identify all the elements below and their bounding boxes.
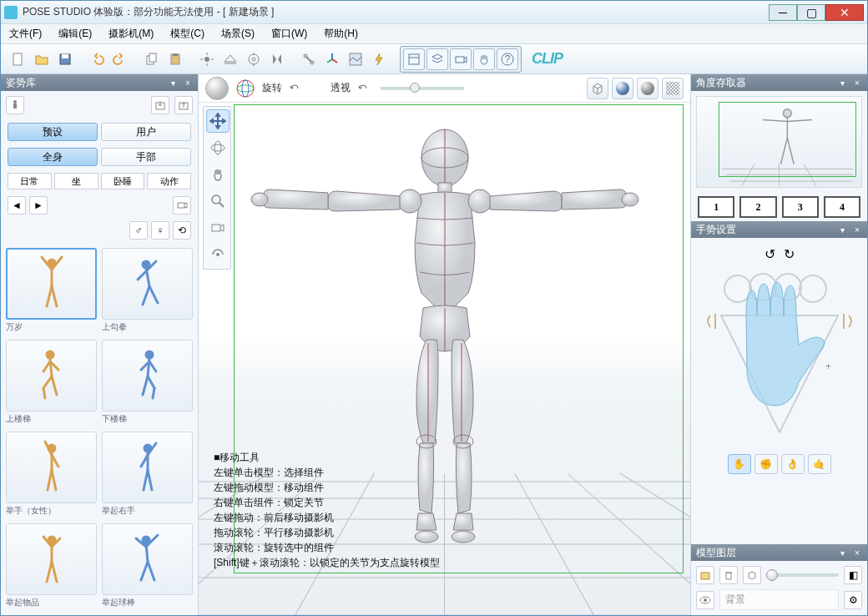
tab-user[interactable]: 用户: [101, 123, 191, 141]
layer-bg-name[interactable]: 背景: [719, 589, 839, 610]
menu-camera[interactable]: 摄影机(M): [105, 25, 157, 43]
paste-button[interactable]: [164, 48, 186, 70]
male-icon[interactable]: ♂: [129, 221, 148, 240]
light-button[interactable]: [196, 48, 218, 70]
refresh-icon[interactable]: ⟲: [173, 221, 191, 240]
rotate-camera-tool[interactable]: [206, 136, 230, 159]
orbit-tool[interactable]: [206, 243, 230, 266]
new-button[interactable]: [8, 48, 29, 70]
layer-filter-icon[interactable]: ◧: [844, 566, 862, 584]
zoom-tool[interactable]: [206, 189, 230, 213]
move-tool[interactable]: [206, 109, 230, 133]
pose-thumb[interactable]: [6, 340, 97, 412]
subtab-lie[interactable]: 卧睡: [101, 173, 145, 189]
left-hand-cycle-icon[interactable]: ↺: [765, 246, 775, 262]
hand-pose-control[interactable]: +: [700, 265, 859, 449]
panel-menu-icon[interactable]: ▾: [837, 225, 847, 235]
redo-button[interactable]: [109, 48, 131, 70]
viewport-3d[interactable]: ■移动工具 左键单击模型：选择组件 左键拖动模型：移动组件 右键单击组件：锁定关…: [199, 103, 690, 615]
pose-thumb[interactable]: [102, 248, 193, 320]
pose-thumb[interactable]: [102, 432, 193, 503]
panel-close-icon[interactable]: ×: [852, 225, 862, 235]
tab-hand[interactable]: 手部: [101, 148, 191, 166]
tab-preset[interactable]: 预设: [8, 123, 98, 141]
panel-camera-button[interactable]: [450, 48, 472, 70]
open-button[interactable]: [31, 48, 53, 70]
right-hand-cycle-icon[interactable]: ↻: [784, 246, 795, 262]
panel-hand-button[interactable]: [473, 48, 495, 70]
hand-preset-1[interactable]: ✋: [728, 454, 751, 474]
panel-menu-icon[interactable]: ▾: [837, 78, 847, 88]
axis-button[interactable]: [321, 48, 343, 70]
export-button[interactable]: [174, 96, 193, 114]
filter-body-icon[interactable]: [6, 96, 24, 114]
bone-button[interactable]: [298, 48, 320, 70]
menu-file[interactable]: 文件(F): [6, 25, 45, 43]
nav-back-icon[interactable]: ◄: [8, 196, 26, 215]
pan-tool[interactable]: [206, 163, 230, 186]
undo-button[interactable]: [86, 48, 108, 70]
cube-view-icon[interactable]: [587, 78, 608, 99]
tab-body[interactable]: 全身: [8, 148, 98, 166]
visibility-icon[interactable]: [696, 591, 714, 609]
mirror-button[interactable]: [266, 48, 288, 70]
angle-slot-1[interactable]: 1: [698, 196, 734, 218]
camera-tool[interactable]: [206, 216, 230, 240]
pose-thumb[interactable]: [6, 523, 97, 595]
panel-close-icon[interactable]: ×: [183, 78, 193, 88]
svg-line-48: [43, 361, 50, 371]
female-icon[interactable]: ♀: [151, 221, 169, 240]
pose-thumb[interactable]: [6, 432, 97, 503]
perspective-slider[interactable]: [381, 87, 464, 90]
panel-poselib-button[interactable]: [403, 48, 425, 70]
subtab-action[interactable]: 动作: [147, 173, 191, 189]
shade-smooth-icon[interactable]: [612, 78, 633, 99]
target-button[interactable]: [243, 48, 265, 70]
menu-model[interactable]: 模型(C): [167, 25, 208, 43]
hand-preset-3[interactable]: 👌: [781, 454, 805, 474]
opacity-slider[interactable]: [766, 573, 839, 577]
subtab-daily[interactable]: 日常: [8, 173, 52, 189]
shade-flat-icon[interactable]: [637, 78, 659, 99]
perspective-reset-icon[interactable]: [357, 83, 369, 94]
angle-slot-4[interactable]: 4: [824, 196, 860, 218]
light-sphere-icon[interactable]: [205, 77, 229, 100]
layer-cube-icon[interactable]: [743, 566, 761, 584]
subtab-sit[interactable]: 坐: [54, 173, 98, 189]
horizon-button[interactable]: [345, 48, 366, 70]
pose-thumb[interactable]: [102, 340, 193, 412]
camera-icon[interactable]: [173, 196, 191, 215]
panel-help-button[interactable]: ?: [497, 48, 518, 70]
hand-preset-2[interactable]: ✊: [754, 454, 778, 474]
angle-slot-2[interactable]: 2: [739, 196, 776, 218]
shade-wire-icon[interactable]: [662, 78, 684, 99]
panel-layers-button[interactable]: [426, 48, 448, 70]
angle-preview[interactable]: [696, 96, 862, 188]
menu-window[interactable]: 窗口(W): [268, 25, 310, 43]
ground-button[interactable]: [220, 48, 241, 70]
panel-close-icon[interactable]: ×: [852, 78, 862, 88]
save-button[interactable]: [54, 48, 76, 70]
delete-layer-icon[interactable]: [719, 566, 738, 584]
maximize-button[interactable]: ▢: [797, 4, 825, 21]
hand-preset-4[interactable]: 🤙: [808, 454, 831, 474]
layer-settings-icon[interactable]: ⚙: [844, 591, 862, 609]
rotate-reset-icon[interactable]: [289, 83, 300, 94]
panel-menu-icon[interactable]: ▾: [168, 78, 178, 88]
panel-close-icon[interactable]: ×: [852, 548, 862, 558]
add-layer-icon[interactable]: [696, 566, 714, 584]
nav-fwd-icon[interactable]: ►: [29, 196, 48, 215]
minimize-button[interactable]: ─: [769, 4, 797, 21]
pose-thumb[interactable]: [102, 523, 193, 595]
close-button[interactable]: ✕: [825, 4, 864, 21]
import-button[interactable]: [151, 96, 169, 114]
angle-slot-3[interactable]: 3: [782, 196, 819, 218]
pose-thumb[interactable]: [6, 248, 97, 320]
copy-button[interactable]: [141, 48, 163, 70]
menu-help[interactable]: 帮助(H): [320, 25, 361, 43]
menu-scene[interactable]: 场景(S): [218, 25, 258, 43]
panel-menu-icon[interactable]: ▾: [837, 548, 847, 558]
rotate-gizmo-icon[interactable]: [235, 78, 255, 98]
flash-button[interactable]: [368, 48, 390, 70]
menu-edit[interactable]: 编辑(E): [55, 25, 95, 43]
